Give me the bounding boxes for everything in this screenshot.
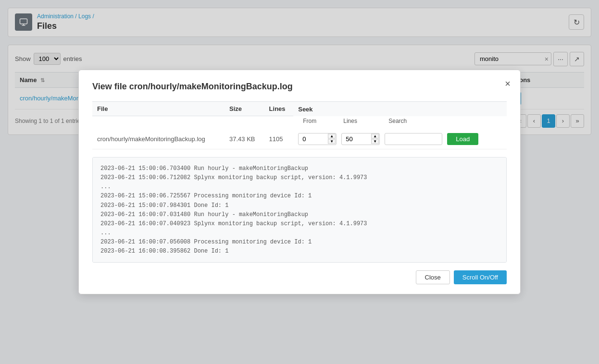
- modal-file-name: cron/hourly/makeMonitoringBackup.log: [92, 129, 225, 143]
- seek-sub-labels: From Lines Search: [298, 116, 502, 126]
- modal-th-file: File: [92, 102, 225, 116]
- seek-lines-up[interactable]: ▲: [371, 134, 379, 139]
- modal-file-lines: 1105: [264, 129, 294, 143]
- seek-lines-label: Lines: [338, 116, 382, 126]
- view-file-modal: View file cron/hourly/makeMonitoringBack…: [78, 70, 521, 143]
- seek-from-up[interactable]: ▲: [328, 134, 336, 139]
- modal-table-body: cron/hourly/makeMonitoringBackup.log 37.…: [92, 129, 507, 143]
- modal-seek-cell: ▲ ▼ ▲ ▼: [293, 129, 507, 143]
- seek-lines-spinners: ▲ ▼: [371, 134, 379, 143]
- modal-table: File Size Lines Seek From Lines: [92, 101, 507, 143]
- modal-file-size: 37.43 KB: [225, 129, 264, 143]
- modal-overlay: View file cron/hourly/makeMonitoringBack…: [0, 0, 599, 143]
- modal-th-lines: Lines: [264, 102, 294, 116]
- seek-from-label: From: [298, 116, 337, 126]
- modal-close-button[interactable]: ×: [505, 79, 511, 88]
- seek-lines-down[interactable]: ▼: [371, 139, 379, 143]
- seek-controls: ▲ ▼ ▲ ▼: [298, 133, 502, 143]
- seek-search-label: Search: [384, 116, 441, 126]
- modal-file-row: cron/hourly/makeMonitoringBackup.log 37.…: [92, 129, 507, 143]
- seek-from-spinners: ▲ ▼: [328, 134, 336, 143]
- modal-title: View file cron/hourly/makeMonitoringBack…: [92, 82, 507, 92]
- seek-from-down[interactable]: ▼: [328, 139, 336, 143]
- seek-from-wrap: ▲ ▼: [298, 133, 337, 143]
- seek-lines-wrap: ▲ ▼: [341, 133, 380, 143]
- modal-th-size: Size: [225, 102, 264, 116]
- modal-th-seek: Seek: [293, 102, 507, 116]
- seek-search-input[interactable]: [385, 133, 442, 143]
- modal-table-header: File Size Lines Seek From Lines: [92, 102, 507, 129]
- load-button[interactable]: Load: [447, 133, 478, 143]
- seek-sub-headers-row: From Lines Search: [92, 116, 507, 129]
